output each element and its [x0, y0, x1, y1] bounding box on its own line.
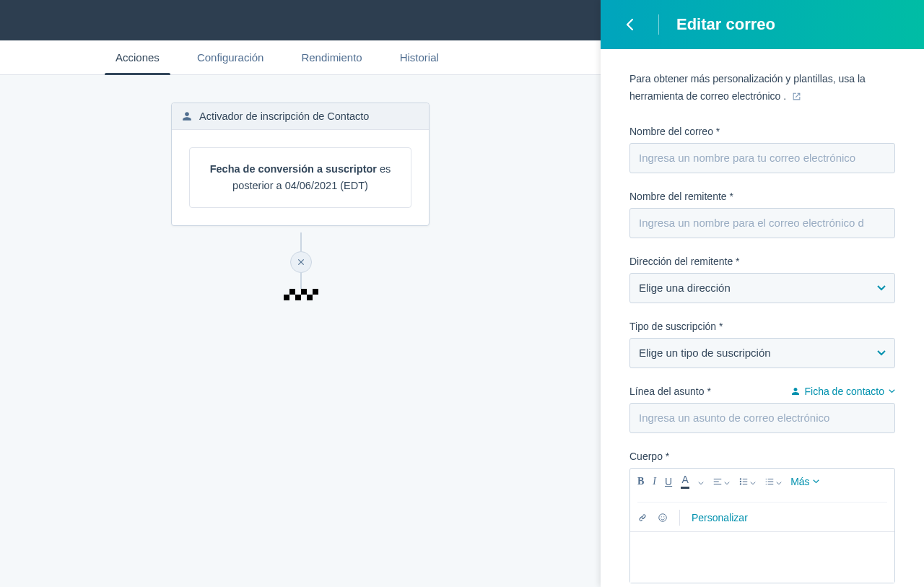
italic-button[interactable]: I: [653, 476, 656, 487]
rich-text-editor: B I U A Más Personalizar: [629, 468, 895, 583]
edit-email-panel: Editar correo Para obtener más personali…: [601, 0, 924, 587]
select-sender-address[interactable]: Elige una dirección: [629, 273, 895, 303]
editor-toolbar: B I U A Más Personalizar: [630, 469, 894, 532]
field-sender-address: Dirección del remitente * Elige una dire…: [629, 256, 895, 303]
field-sender-name: Nombre del remitente *: [629, 191, 895, 238]
editor-content[interactable]: [630, 532, 894, 583]
workflow-end-icon: [284, 289, 318, 300]
input-subject[interactable]: [629, 403, 895, 433]
trigger-card-body: Fecha de conversión a suscriptor es post…: [172, 130, 429, 225]
chevron-down-icon: [877, 285, 886, 291]
more-button[interactable]: Más: [790, 476, 819, 487]
chevron-left-icon: [626, 19, 633, 30]
connector-line-2: [300, 273, 302, 289]
bold-button[interactable]: B: [637, 476, 644, 487]
emoji-icon: [658, 513, 668, 523]
external-link-icon[interactable]: [792, 90, 801, 107]
link-button[interactable]: [637, 513, 648, 523]
select-subscription-type-value: Elige un tipo de suscripción: [639, 347, 771, 359]
list-button[interactable]: [738, 476, 756, 487]
text-color-button[interactable]: A: [681, 474, 689, 489]
bullet-list-icon: [738, 477, 749, 487]
label-sender-name: Nombre del remitente *: [629, 191, 895, 202]
connector-line: [300, 232, 302, 251]
tab-config[interactable]: Configuración: [197, 40, 264, 75]
select-subscription-type[interactable]: Elige un tipo de suscripción: [629, 338, 895, 368]
svg-point-1: [740, 480, 741, 482]
field-email-name: Nombre del correo *: [629, 126, 895, 173]
field-subject: Línea del asunto * Ficha de contacto: [629, 386, 895, 433]
trigger-value: 04/06/2021 (EDT): [285, 180, 368, 191]
field-subscription-type: Tipo de suscripción * Elige un tipo de s…: [629, 321, 895, 368]
back-button[interactable]: [618, 13, 641, 36]
tab-actions[interactable]: Acciones: [116, 40, 160, 75]
svg-point-0: [740, 478, 741, 479]
label-subscription-type: Tipo de suscripción *: [629, 321, 895, 332]
contact-icon: [182, 111, 192, 121]
help-text: Para obtener más personalización y plant…: [629, 71, 895, 107]
svg-point-3: [659, 513, 667, 521]
close-icon: [296, 257, 306, 267]
underline-button[interactable]: U: [665, 476, 672, 487]
tab-performance[interactable]: Rendimiento: [301, 40, 362, 75]
panel-title: Editar correo: [676, 15, 775, 34]
chevron-down-icon: [889, 389, 895, 393]
personalize-button[interactable]: Personalizar: [692, 512, 748, 523]
align-left-icon: [712, 477, 723, 487]
link-icon: [637, 513, 648, 523]
indent-button[interactable]: [764, 476, 782, 487]
label-body: Cuerpo *: [629, 451, 895, 462]
emoji-button[interactable]: [658, 513, 668, 523]
workflow-canvas[interactable]: Activador de inscripción de Contacto Fec…: [0, 75, 601, 587]
input-email-name[interactable]: [629, 143, 895, 173]
panel-header: Editar correo: [601, 0, 924, 49]
trigger-header-label: Activador de inscripción de Contacto: [199, 110, 369, 122]
align-button[interactable]: [712, 476, 730, 487]
trigger-card-header: Activador de inscripción de Contacto: [172, 103, 429, 130]
contact-icon: [791, 387, 800, 396]
toolbar-separator: [679, 510, 680, 526]
label-subject: Línea del asunto *: [629, 386, 711, 397]
svg-point-4: [661, 516, 662, 517]
panel-body: Para obtener más personalización y plant…: [601, 49, 924, 587]
tab-history[interactable]: Historial: [400, 40, 439, 75]
field-body: Cuerpo * B I U A Más Person: [629, 451, 895, 583]
trigger-condition[interactable]: Fecha de conversión a suscriptor es post…: [189, 147, 411, 208]
chevron-down-icon: [877, 350, 886, 356]
header-divider: [658, 14, 659, 35]
chevron-down-icon: [813, 479, 819, 484]
contact-token-button[interactable]: Ficha de contacto: [791, 386, 895, 397]
numbered-list-icon: [764, 477, 775, 487]
svg-point-5: [663, 516, 664, 517]
enrollment-trigger-card[interactable]: Activador de inscripción de Contacto Fec…: [171, 103, 430, 226]
select-sender-address-value: Elige una dirección: [639, 282, 731, 294]
trigger-property: Fecha de conversión a suscriptor: [210, 163, 377, 175]
input-sender-name[interactable]: [629, 208, 895, 238]
label-email-name: Nombre del correo *: [629, 126, 895, 137]
label-sender-address: Dirección del remitente *: [629, 256, 895, 267]
svg-point-2: [740, 483, 741, 484]
text-color-caret[interactable]: [698, 476, 704, 487]
remove-action-button[interactable]: [290, 251, 312, 273]
